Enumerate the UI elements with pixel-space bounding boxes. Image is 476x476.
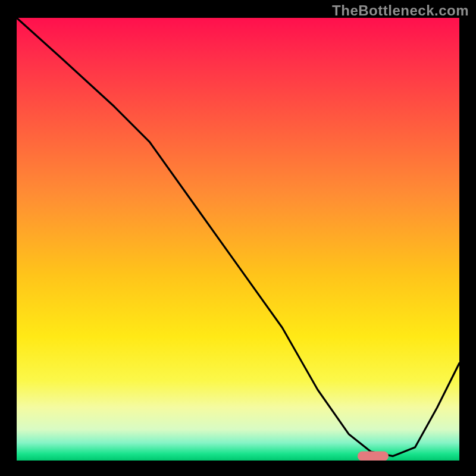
optimal-region-marker <box>358 452 389 461</box>
bottleneck-curve <box>17 18 459 456</box>
watermark-text: TheBottleneck.com <box>332 2 469 19</box>
plot-area <box>17 18 459 461</box>
chart-overlay <box>17 18 459 461</box>
chart-frame: TheBottleneck.com <box>0 0 476 476</box>
